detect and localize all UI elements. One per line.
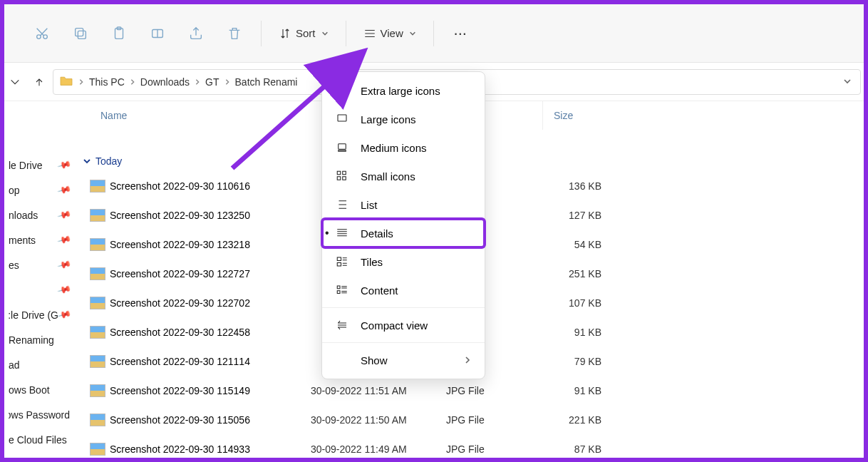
- file-row[interactable]: Screenshot 2022-09-30 11493330-09-2022 1…: [76, 434, 859, 462]
- sidebar-item-label: es: [9, 260, 19, 271]
- file-type: JPG File: [446, 414, 539, 426]
- view-menu-item-list[interactable]: List: [322, 190, 485, 219]
- back-button[interactable]: [4, 68, 26, 96]
- file-name: Screenshot 2022-09-30 122727: [110, 268, 250, 279]
- view-menu-item-show[interactable]: Show: [322, 346, 485, 374]
- svg-rect-10: [339, 150, 346, 152]
- file-row[interactable]: Screenshot 2022-09-30 11505630-09-2022 1…: [76, 405, 859, 434]
- image-thumb-icon: [90, 180, 105, 192]
- file-size: 107 KB: [539, 297, 610, 309]
- sidebar-item-label: le Drive: [9, 160, 42, 171]
- sm-icon: [335, 170, 349, 183]
- sidebar-item-label: Renaming: [9, 334, 54, 346]
- breadcrumb-expand-button[interactable]: [843, 76, 854, 88]
- sort-button[interactable]: Sort: [272, 17, 336, 50]
- sidebar-item-label: ments: [9, 235, 36, 246]
- breadcrumb-part[interactable]: This PC: [89, 76, 125, 88]
- breadcrumb-part[interactable]: GT: [205, 76, 219, 88]
- sidebar-item-label: nloads: [9, 210, 38, 221]
- sidebar-item-label: e Cloud Files: [9, 434, 67, 446]
- copy-button[interactable]: [64, 17, 97, 50]
- sidebar-item[interactable]: ad: [9, 352, 74, 377]
- column-name[interactable]: Name: [100, 110, 314, 121]
- sidebar-item-label: ows Password: [9, 409, 70, 421]
- view-menu-item-tiles[interactable]: Tiles: [322, 247, 485, 276]
- sidebar-item[interactable]: le Drive📌: [9, 153, 74, 178]
- sidebar-item[interactable]: le Drive (G:📌: [9, 302, 74, 327]
- toolbar-separator: [261, 21, 262, 46]
- chevron-right-icon: [463, 354, 472, 366]
- image-thumb-icon: [90, 267, 105, 280]
- sidebar-item[interactable]: Renaming: [9, 327, 74, 352]
- column-size[interactable]: Size: [542, 101, 614, 130]
- more-button[interactable]: ···: [444, 17, 477, 50]
- view-menu: Extra large iconsLarge iconsMedium icons…: [321, 71, 485, 379]
- rename-button[interactable]: [141, 17, 174, 50]
- view-label: View: [381, 27, 403, 39]
- chevron-down-icon: [409, 27, 416, 39]
- up-button[interactable]: [29, 68, 50, 96]
- sidebar-item[interactable]: op📌: [9, 178, 74, 202]
- list-icon: [335, 198, 349, 211]
- view-menu-item-xl[interactable]: Extra large icons: [322, 76, 485, 105]
- lg-icon: [335, 113, 349, 125]
- file-size: 91 KB: [539, 327, 610, 338]
- menu-item-label: Show: [361, 354, 388, 366]
- view-menu-item-compact[interactable]: Compact view: [322, 311, 485, 339]
- svg-rect-13: [337, 177, 341, 180]
- cut-button[interactable]: [26, 17, 58, 50]
- view-menu-item-details[interactable]: Details: [322, 219, 485, 247]
- sidebar-item[interactable]: ows Boot: [9, 377, 74, 402]
- menu-item-label: Details: [361, 227, 393, 240]
- sidebar-item[interactable]: es📌: [9, 252, 74, 277]
- view-menu-item-md[interactable]: Medium icons: [322, 133, 485, 162]
- file-type: JPG File: [446, 385, 539, 396]
- menu-item-label: Small icons: [361, 170, 415, 183]
- sidebar-item-label: op: [9, 185, 20, 196]
- chevron-right-icon: [129, 76, 136, 88]
- pin-icon: 📌: [56, 307, 71, 322]
- sidebar-item[interactable]: nloads📌: [9, 202, 74, 227]
- chevron-right-icon: [194, 76, 201, 88]
- sidebar-item-label: ad: [9, 359, 20, 371]
- menu-item-label: Large icons: [361, 113, 416, 125]
- sidebar-item-label: ows Boot: [9, 384, 50, 396]
- share-button[interactable]: [180, 17, 212, 50]
- sidebar-item[interactable]: ows Password: [9, 402, 74, 427]
- file-name: Screenshot 2022-09-30 123218: [110, 239, 250, 250]
- file-size: 221 KB: [539, 414, 610, 426]
- breadcrumb-part[interactable]: Batch Renami: [235, 76, 298, 88]
- menu-separator: [322, 307, 485, 308]
- file-date: 30-09-2022 11:49 AM: [311, 443, 446, 455]
- sort-label: Sort: [296, 27, 316, 39]
- svg-rect-15: [337, 257, 341, 261]
- file-name: Screenshot 2022-09-30 122702: [110, 297, 250, 309]
- pin-icon: 📌: [56, 183, 71, 197]
- sidebar-item[interactable]: 📌: [9, 277, 74, 302]
- pin-icon: 📌: [56, 257, 71, 272]
- view-menu-item-lg[interactable]: Large icons: [322, 105, 485, 133]
- menu-item-label: List: [361, 199, 377, 211]
- image-thumb-icon: [90, 355, 105, 368]
- toolbar: Sort View ···: [4, 4, 864, 63]
- chevron-down-icon: [321, 27, 329, 39]
- svg-rect-17: [337, 286, 340, 289]
- svg-rect-8: [338, 115, 346, 121]
- image-thumb-icon: [90, 238, 105, 251]
- svg-rect-16: [337, 263, 341, 267]
- toolbar-separator: [346, 21, 346, 46]
- xl-icon: [335, 84, 349, 97]
- file-row[interactable]: Screenshot 2022-09-30 11514930-09-2022 1…: [76, 376, 859, 405]
- breadcrumb-part[interactable]: Downloads: [140, 76, 190, 88]
- view-button[interactable]: View: [356, 17, 423, 50]
- file-type: JPG File: [446, 443, 539, 455]
- file-size: 127 KB: [539, 210, 610, 221]
- file-size: 79 KB: [539, 356, 610, 367]
- view-menu-item-sm[interactable]: Small icons: [322, 162, 485, 190]
- view-menu-item-content[interactable]: Content: [322, 276, 485, 304]
- image-thumb-icon: [90, 209, 105, 222]
- sidebar-item[interactable]: e Cloud Files: [9, 427, 74, 452]
- paste-button[interactable]: [103, 17, 135, 50]
- sidebar-item[interactable]: ments📌: [9, 227, 74, 252]
- delete-button[interactable]: [218, 17, 251, 50]
